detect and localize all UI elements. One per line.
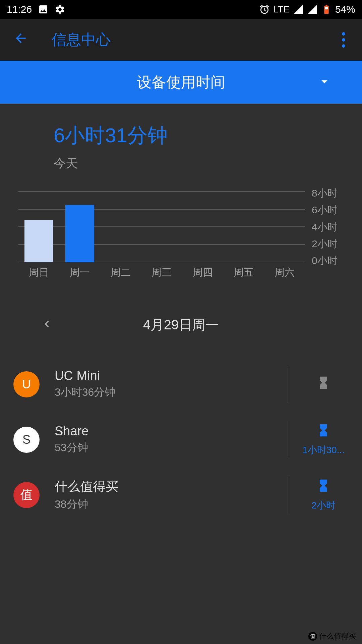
app-name-label: Share	[55, 424, 278, 438]
app-icon: U	[13, 371, 40, 397]
watermark-text: 什么值得买	[319, 631, 356, 641]
gear-icon	[55, 4, 65, 15]
network-label: LTE	[273, 4, 290, 15]
status-bar: 11:26 LTE 54%	[0, 0, 362, 19]
chart-bar-6[interactable]	[264, 192, 305, 262]
chart-bar-5[interactable]	[223, 192, 264, 262]
app-icon: S	[13, 427, 40, 453]
overflow-menu-button[interactable]	[335, 29, 352, 51]
battery-percent: 54%	[335, 4, 355, 15]
page-title: 信息中心	[52, 30, 335, 50]
app-name-label: UC Mini	[55, 369, 278, 383]
picture-icon	[38, 4, 49, 15]
chart-x-axis: 周日 周一 周二 周三 周四 周五 周六	[18, 266, 305, 279]
date-label: 4月29日周一	[143, 316, 219, 334]
chart-bars	[18, 192, 305, 262]
app-limit-button[interactable]: 2小时	[298, 478, 349, 512]
watermark-icon: 值	[308, 632, 317, 641]
usage-summary: 6小时31分钟 今天	[0, 104, 362, 172]
hourglass-icon	[316, 478, 331, 496]
total-time-value: 6小时31分钟	[54, 122, 362, 149]
signal-icon-1	[293, 4, 304, 15]
prev-day-button[interactable]	[40, 317, 54, 332]
app-icon: 值	[13, 482, 40, 508]
hourglass-icon	[316, 375, 331, 393]
weekly-chart[interactable]: 8小时 6小时 4小时 2小时 0小时 周日 周一 周二 周三 周四 周五 周六	[0, 172, 362, 279]
date-navigation: 4月29日周一	[0, 311, 362, 338]
chart-bar-4[interactable]	[182, 192, 223, 262]
dropdown-label: 设备使用时间	[137, 72, 225, 92]
chart-bar-3[interactable]	[141, 192, 182, 262]
battery-icon	[321, 4, 332, 15]
chart-bar-0[interactable]	[18, 192, 59, 262]
arrow-left-icon	[13, 31, 28, 46]
chevron-left-icon	[40, 317, 54, 331]
signal-icon-2	[307, 4, 318, 15]
app-row-0[interactable]: UUC Mini3小时36分钟	[0, 357, 362, 412]
chevron-down-icon	[317, 74, 332, 90]
status-time: 11:26	[7, 4, 32, 15]
app-limit-button[interactable]	[298, 375, 349, 393]
app-limit-label: 2小时	[311, 499, 336, 512]
chart-y-axis: 8小时 6小时 4小时 2小时 0小时	[307, 186, 344, 268]
app-row-2[interactable]: 值什么值得买38分钟2小时	[0, 467, 362, 523]
chart-bar-1[interactable]	[59, 192, 100, 262]
app-time-label: 53分钟	[55, 440, 278, 455]
watermark: 值 什么值得买	[308, 631, 356, 641]
app-limit-button[interactable]: 1小时30...	[298, 423, 349, 457]
hourglass-icon	[316, 423, 331, 441]
app-limit-label: 1小时30...	[302, 444, 345, 457]
app-time-label: 38分钟	[55, 497, 278, 512]
back-button[interactable]	[10, 28, 32, 52]
metric-dropdown[interactable]: 设备使用时间	[0, 61, 362, 104]
app-time-label: 3小时36分钟	[55, 385, 278, 400]
app-row-1[interactable]: SShare53分钟1小时30...	[0, 412, 362, 467]
app-bar: 信息中心	[0, 19, 362, 61]
today-label: 今天	[54, 155, 362, 172]
app-name-label: 什么值得买	[55, 478, 278, 495]
alarm-icon	[259, 4, 270, 15]
app-usage-list: UUC Mini3小时36分钟SShare53分钟1小时30...值什么值得买3…	[0, 357, 362, 523]
chart-bar-2[interactable]	[100, 192, 141, 262]
